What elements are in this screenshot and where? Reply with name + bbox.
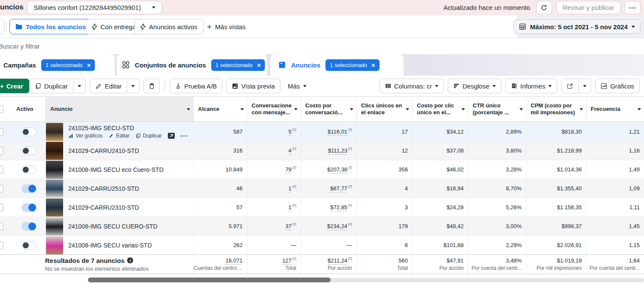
active-toggle[interactable] [21, 165, 36, 174]
row-checkbox[interactable] [0, 185, 3, 192]
more-views-button[interactable]: + Más vistas [203, 19, 250, 34]
footnote-ref: [2] [292, 128, 296, 131]
metric-cell: 46 [193, 179, 247, 198]
column-header-activo[interactable]: Activo [13, 97, 45, 122]
row-active-cell [13, 217, 45, 235]
select-all-checkbox[interactable] [0, 105, 3, 113]
row-checkbox[interactable] [0, 223, 3, 230]
ad-name[interactable]: 241029-CARRU2310-STD [68, 204, 139, 211]
table-row[interactable]: 241025-IMG SECU-STDVer gráficosEditarDup… [0, 122, 644, 141]
ad-thumbnail[interactable] [46, 142, 63, 160]
row-checkbox[interactable] [0, 241, 3, 249]
table-row[interactable]: 241008-IMG SECU CUERO-STD5.97137[2]$234,… [0, 217, 644, 236]
active-toggle[interactable] [21, 147, 36, 155]
column-header-metric[interactable]: Alcance [193, 97, 247, 122]
active-toggle[interactable] [21, 184, 36, 193]
metric-cell: $101,68 [412, 236, 468, 254]
column-header-metric[interactable]: Clics únicos en el enlace [356, 97, 412, 122]
footer-metric-cell: $1.019,19Por mil impresiones [526, 255, 586, 274]
more-menu-button[interactable]: ••• [625, 1, 641, 14]
table-row[interactable]: 241029-CARRU2410-STD3164[2]$111,23[2]12$… [0, 141, 644, 160]
view-tab-con-entrega[interactable]: Con entrega [86, 19, 142, 34]
column-header-label: Costo por clic único en el... [417, 102, 459, 116]
delete-button[interactable] [143, 79, 160, 93]
column-header-metric[interactable]: Costo por conversació... [301, 97, 356, 122]
view-charts-action[interactable]: Ver gráficos [68, 133, 103, 139]
export-action[interactable] [168, 133, 175, 139]
active-toggle[interactable] [21, 222, 36, 231]
more-actions-button[interactable]: Más [284, 79, 310, 93]
reports-button[interactable]: Informes [505, 79, 557, 93]
search-input[interactable] [0, 38, 514, 54]
metric-cell: 3,80% [468, 141, 526, 160]
edit-button[interactable]: Editar [90, 79, 127, 93]
horizontal-scrollbar-thumb[interactable] [88, 278, 331, 282]
tab-campaigns[interactable]: Campañas 1 seleccionado × [0, 54, 115, 76]
ab-test-button[interactable]: Prueba A/B [170, 79, 222, 93]
caret-down-icon [303, 85, 307, 87]
duplicate-button[interactable]: Duplicar [30, 79, 73, 93]
column-header-metric[interactable]: CPM (costo por mil impresiones) [526, 97, 586, 122]
account-selector[interactable]: Sillones confort (1228284495029901) [27, 1, 162, 14]
column-header-metric[interactable]: CTR único (porcentaje ... [468, 97, 526, 122]
row-checkbox[interactable] [0, 166, 3, 174]
duplicate-dropdown[interactable] [73, 79, 85, 93]
active-toggle[interactable] [21, 241, 36, 250]
preview-button[interactable]: Vista previa [226, 79, 280, 93]
metric-value: 127 [282, 257, 292, 265]
tab-ads[interactable]: Anuncios 1 seleccionado × [270, 54, 404, 76]
table-row[interactable]: 241029-CARRU2510-STD461[2]$67,77[2]4$16,… [0, 179, 644, 198]
column-header-metric[interactable]: Costo por clic único en el... [412, 97, 468, 122]
refresh-button[interactable] [536, 1, 552, 14]
metric-cell: 2,89% [468, 122, 526, 141]
breakdown-button[interactable]: Desglose [448, 79, 501, 93]
table-row[interactable]: 241008-IMG SECU varias-STD262——6$101,682… [0, 236, 644, 255]
active-toggle[interactable] [21, 203, 36, 212]
columns-button[interactable]: Columnas: cr [380, 79, 444, 93]
edit-action[interactable]: Editar [109, 133, 129, 139]
edit-dropdown[interactable] [127, 79, 139, 93]
export-button[interactable] [562, 79, 578, 93]
metric-cell: 179 [356, 217, 412, 235]
ad-name[interactable]: 241008-IMG SECU eco Cuero-STD [68, 166, 164, 173]
ad-thumbnail[interactable] [46, 180, 63, 198]
column-header-label: Conversacione con mensaje... [252, 102, 292, 116]
metric-value: $234,24 [327, 223, 347, 230]
charts-button[interactable]: Gráficos [595, 79, 640, 93]
date-range-picker[interactable]: Máximo: 5 oct 2021 - 5 nov 2024 [513, 19, 641, 34]
clear-selection-icon[interactable]: × [371, 62, 375, 68]
clear-selection-icon[interactable]: × [257, 62, 261, 68]
column-header-metric[interactable]: Conversacione con mensaje... [247, 97, 301, 122]
duplicate-action[interactable]: Duplicar [136, 133, 162, 139]
create-button[interactable]: + Crear [0, 79, 29, 93]
row-checkbox[interactable] [0, 128, 3, 136]
review-publish-button[interactable]: Revisar y publicar [556, 1, 620, 14]
ad-thumbnail[interactable] [46, 123, 63, 141]
export-dropdown[interactable] [578, 79, 591, 93]
table-row[interactable]: 241008-IMG SECU eco Cuero-STD10.84979[2]… [0, 160, 644, 179]
ad-name[interactable]: 241029-CARRU2410-STD [68, 147, 139, 154]
tab-adsets[interactable]: Conjuntos de anuncios 1 seleccionado × [117, 54, 267, 76]
view-tab-all-ads[interactable]: Todos los anuncios [9, 19, 92, 34]
divider [412, 274, 413, 278]
table-row[interactable]: 241029-CARRU2310-STD571[2]$72,85[2]3$24,… [0, 198, 644, 217]
metric-value: 316 [233, 147, 243, 154]
ad-thumbnail[interactable] [46, 217, 63, 235]
clipped-view-button[interactable] [0, 19, 4, 34]
ad-thumbnail[interactable] [46, 236, 63, 254]
row-checkbox[interactable] [0, 204, 3, 211]
view-tab-anuncios-activos[interactable]: Anuncios activos [134, 19, 204, 34]
column-header-anuncio[interactable]: Anuncio [45, 97, 193, 122]
ad-name[interactable]: 241008-IMG SECU CUERO-STD [68, 223, 158, 230]
clear-selection-icon[interactable]: × [87, 62, 91, 68]
ad-thumbnail[interactable] [46, 161, 63, 179]
ad-name[interactable]: 241008-IMG SECU varias-STD [68, 242, 152, 249]
row-more-actions[interactable]: ••• [181, 133, 188, 138]
ad-name[interactable]: 241025-IMG SECU-STD [68, 125, 188, 131]
ad-name[interactable]: 241029-CARRU2510-STD [68, 185, 139, 192]
active-toggle[interactable] [21, 128, 36, 136]
ad-thumbnail[interactable] [46, 198, 63, 217]
info-icon[interactable]: i [127, 257, 133, 263]
column-header-metric[interactable]: Frecuencia [586, 97, 644, 122]
row-checkbox[interactable] [0, 147, 3, 155]
